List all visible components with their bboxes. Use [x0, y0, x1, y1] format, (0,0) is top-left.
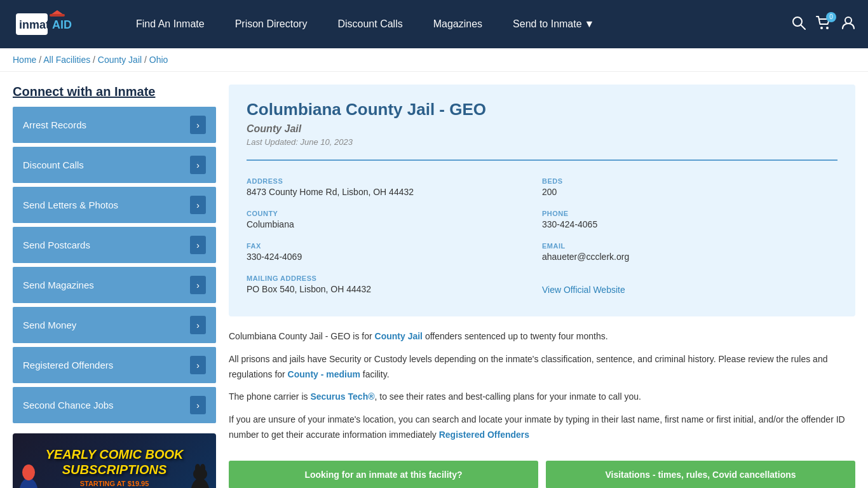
county-label: COUNTY: [247, 210, 542, 217]
breadcrumb-county-jail[interactable]: County Jail: [98, 55, 142, 65]
looking-for-inmate-button[interactable]: Looking for an inmate at this facility?: [229, 461, 538, 488]
cart-icon[interactable]: 0: [816, 16, 831, 33]
desc-para-3: The phone carrier is Securus Tech®, to s…: [229, 390, 855, 405]
header-icons: 0: [792, 16, 855, 33]
facility-card: Columbiana County Jail - GEO County Jail…: [229, 85, 855, 316]
fax-value: 330-424-4069: [247, 252, 542, 262]
sidebar-item-label: Registered Offenders: [23, 360, 113, 370]
main-nav: Find An Inmate Prison Directory Discount…: [121, 18, 792, 30]
sidebar-item-send-magazines[interactable]: Send Magazines ›: [13, 267, 216, 303]
ad-title: YEARLY COMIC BOOKSUBSCRIPTIONS: [37, 447, 192, 477]
sidebar-item-label: Send Magazines: [23, 280, 94, 290]
facility-updated: Last Updated: June 10, 2023: [247, 137, 837, 147]
arrow-icon: ›: [190, 396, 206, 414]
beds-cell: BEDS 200: [542, 171, 837, 203]
facility-type: County Jail: [247, 123, 837, 135]
fax-cell: FAX 330-424-4069: [247, 236, 542, 268]
beds-value: 200: [542, 187, 837, 197]
nav-discount-calls[interactable]: Discount Calls: [322, 18, 417, 30]
cart-badge: 0: [826, 12, 836, 22]
action-buttons: Looking for an inmate at this facility? …: [229, 461, 855, 488]
phone-cell: PHONE 330-424-4065: [542, 203, 837, 236]
visitations-button[interactable]: Visitations - times, rules, Covid cancel…: [546, 461, 855, 488]
facility-name: Columbiana County Jail - GEO: [247, 100, 837, 119]
phone-value: 330-424-4065: [542, 219, 837, 229]
address-label: ADDRESS: [247, 177, 542, 185]
email-label: EMAIL: [542, 242, 837, 250]
website-link[interactable]: View Official Website: [542, 285, 625, 295]
sidebar-item-send-postcards[interactable]: Send Postcards ›: [13, 227, 216, 263]
main-container: Connect with an Inmate Arrest Records › …: [0, 72, 868, 488]
sidebar-item-second-chance-jobs[interactable]: Second Chance Jobs ›: [13, 387, 216, 423]
nav-send-to-inmate[interactable]: Send to Inmate ▼: [498, 18, 609, 30]
county-medium-link[interactable]: County - medium: [288, 369, 360, 379]
arrow-icon: ›: [190, 196, 206, 214]
sidebar-item-label: Send Postcards: [23, 240, 90, 250]
arrow-icon: ›: [190, 316, 206, 334]
desc-para-2: All prisons and jails have Security or C…: [229, 352, 855, 383]
phone-label: PHONE: [542, 210, 837, 217]
county-jail-link[interactable]: County Jail: [375, 331, 423, 341]
sidebar-item-registered-offenders[interactable]: Registered Offenders ›: [13, 347, 216, 383]
arrow-icon: ›: [190, 116, 206, 134]
breadcrumb-bar: Home / All Facilities / County Jail / Oh…: [0, 48, 868, 72]
securus-link[interactable]: Securus Tech®: [310, 391, 374, 402]
sidebar-item-discount-calls[interactable]: Discount Calls ›: [13, 147, 216, 183]
svg-rect-4: [50, 14, 65, 17]
breadcrumb-home[interactable]: Home: [13, 55, 36, 65]
svg-line-6: [801, 25, 805, 29]
arrow-icon: ›: [190, 236, 206, 254]
facility-info-grid: ADDRESS 8473 County Home Rd, Lisbon, OH …: [247, 159, 837, 301]
breadcrumb-state[interactable]: Ohio: [149, 55, 168, 65]
beds-label: BEDS: [542, 177, 837, 185]
sidebar-item-send-money[interactable]: Send Money ›: [13, 307, 216, 343]
mailing-label: MAILING ADDRESS: [247, 274, 542, 282]
mailing-cell: MAILING ADDRESS PO Box 540, Lisbon, OH 4…: [247, 268, 542, 301]
arrow-icon: ›: [190, 276, 206, 294]
breadcrumb: Home / All Facilities / County Jail / Oh…: [13, 55, 168, 65]
email-cell: EMAIL ahaueter@ccclerk.org: [542, 236, 837, 268]
county-cell: COUNTY Columbiana: [247, 203, 542, 236]
sidebar-item-label: Send Money: [23, 320, 76, 330]
address-value: 8473 County Home Rd, Lisbon, OH 44432: [247, 187, 542, 197]
nav-prison-directory[interactable]: Prison Directory: [220, 18, 323, 30]
mailing-value: PO Box 540, Lisbon, OH 44432: [247, 284, 542, 294]
arrow-icon: ›: [190, 356, 206, 374]
arrow-icon: ›: [190, 156, 206, 174]
ad-subtitle: STARTING AT $19.95: [37, 480, 192, 487]
sidebar-title: Connect with an Inmate: [13, 85, 216, 99]
county-value: Columbiana: [247, 219, 542, 229]
email-value: ahaueter@ccclerk.org: [542, 252, 837, 262]
main-content: Columbiana County Jail - GEO County Jail…: [229, 85, 855, 488]
sidebar-item-label: Send Letters & Photos: [23, 200, 118, 210]
sidebar-item-label: Arrest Records: [23, 119, 86, 130]
svg-marker-3: [51, 10, 64, 15]
sidebar-item-label: Second Chance Jobs: [23, 400, 114, 410]
svg-text:inmate: inmate: [19, 18, 56, 31]
search-icon[interactable]: [792, 16, 806, 33]
address-cell: ADDRESS 8473 County Home Rd, Lisbon, OH …: [247, 171, 542, 203]
svg-point-7: [820, 27, 823, 29]
logo[interactable]: inmate AID: [13, 8, 95, 40]
desc-para-1: Columbiana County Jail - GEO is for Coun…: [229, 329, 855, 344]
sidebar-item-label: Discount Calls: [23, 159, 84, 170]
sidebar-item-arrest-records[interactable]: Arrest Records ›: [13, 107, 216, 143]
sidebar: Connect with an Inmate Arrest Records › …: [13, 85, 216, 488]
nav-find-inmate[interactable]: Find An Inmate: [121, 18, 220, 30]
nav-magazines[interactable]: Magazines: [418, 18, 498, 30]
svg-point-9: [845, 17, 851, 24]
registered-offenders-link[interactable]: Registered Offenders: [439, 430, 529, 440]
fax-label: FAX: [247, 242, 542, 250]
ad-banner[interactable]: YEARLY COMIC BOOKSUBSCRIPTIONS STARTING …: [13, 433, 216, 488]
sidebar-item-send-letters[interactable]: Send Letters & Photos ›: [13, 187, 216, 223]
desc-para-4: If you are unsure of your inmate's locat…: [229, 412, 855, 443]
svg-text:AID: AID: [52, 18, 72, 31]
breadcrumb-all-facilities[interactable]: All Facilities: [43, 55, 90, 65]
site-header: inmate AID Find An Inmate Prison Directo…: [0, 0, 868, 48]
website-cell: View Official Website: [542, 268, 837, 301]
description-area: Columbiana County Jail - GEO is for Coun…: [229, 329, 855, 461]
user-icon[interactable]: [841, 16, 855, 33]
svg-point-8: [826, 27, 829, 29]
